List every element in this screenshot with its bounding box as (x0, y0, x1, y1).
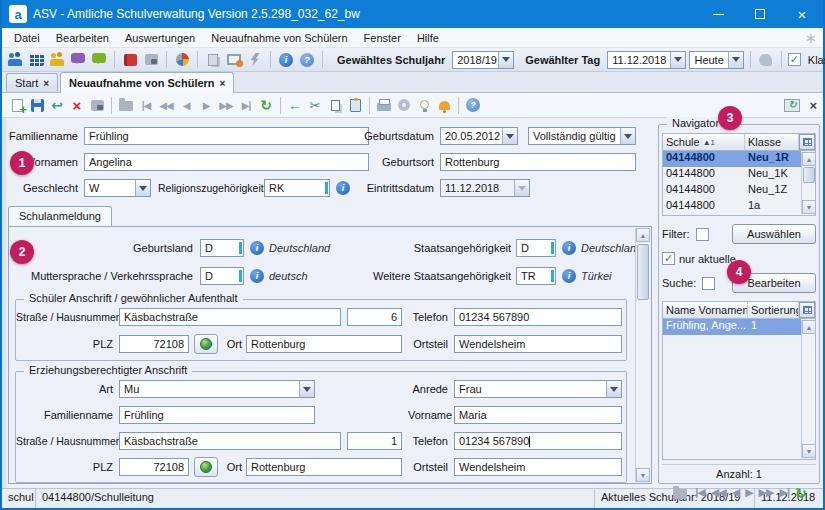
last-record-icon[interactable]: ▶| (237, 97, 255, 114)
info-icon[interactable]: i (250, 269, 264, 283)
scroll-up-icon[interactable]: ▲ (802, 320, 816, 334)
column-config-button[interactable] (799, 134, 815, 150)
menu-item-4[interactable]: Fenster (356, 30, 409, 46)
first-record-icon[interactable]: |◀ (137, 97, 155, 114)
auswaehlen-button[interactable]: Auswählen (732, 224, 816, 244)
class-table-icon[interactable] (27, 51, 45, 68)
table-scrollbar[interactable]: ▲ ▼ (801, 152, 815, 214)
tab-start[interactable]: Start × (6, 73, 58, 92)
chevron-down-icon[interactable] (299, 381, 314, 397)
schuljahr-select[interactable]: 2018/19 (452, 51, 514, 69)
reload-view-icon[interactable]: ↻ (783, 97, 801, 114)
anrede-select[interactable]: Frau (454, 380, 622, 398)
column-header-name[interactable]: Name Vornamen (663, 302, 748, 318)
geburtsdatum-status-select[interactable]: Vollständig gültig (528, 127, 636, 145)
eb-strasse-input[interactable]: Käsbachstraße (119, 432, 341, 450)
telefon-input[interactable]: 01234 567890 (454, 308, 622, 326)
heute-select[interactable]: Heute (689, 51, 743, 69)
eb-ort-input[interactable]: Rottenburg (246, 458, 402, 476)
back-icon[interactable]: ← (286, 97, 304, 114)
staatsang-input[interactable]: D (516, 239, 556, 257)
info-icon[interactable]: i (277, 51, 295, 68)
scroll-down-icon[interactable]: ▼ (802, 200, 816, 214)
eb-hausnummer-input[interactable]: 1 (347, 432, 402, 450)
table-row[interactable]: Frühling, Ange...1 (663, 319, 801, 335)
teachers-icon[interactable] (48, 51, 66, 68)
chevron-down-icon[interactable] (670, 52, 685, 68)
close-button[interactable]: × (781, 0, 823, 28)
delete-icon[interactable]: × (68, 97, 86, 114)
vorname-input[interactable]: Maria (454, 406, 622, 424)
menu-item-2[interactable]: Auswertungen (117, 30, 203, 46)
familienname-input[interactable]: Frühling (84, 127, 369, 145)
menu-item-0[interactable]: Datei (6, 30, 48, 46)
new-record-icon[interactable] (8, 97, 26, 114)
scroll-up-icon[interactable]: ▲ (636, 228, 650, 242)
plz-input[interactable]: 72108 (119, 335, 189, 353)
form-scrollbar[interactable]: ▲ ▼ (635, 228, 650, 482)
save-icon[interactable] (28, 97, 46, 114)
fast-next-record-icon[interactable]: ▶▶ (759, 486, 774, 499)
help-icon[interactable]: ? (298, 51, 316, 68)
notification-bell-icon[interactable] (435, 97, 453, 114)
copy-icon[interactable] (326, 97, 344, 114)
plz-lookup-button[interactable] (194, 334, 218, 354)
table-row[interactable]: 04144800Neu_1R (663, 151, 801, 167)
fast-prev-record-icon[interactable]: ◀◀ (157, 97, 175, 114)
filter-checkbox[interactable] (696, 228, 709, 241)
fast-next-record-icon[interactable]: ▶▶ (217, 97, 235, 114)
tag-select[interactable]: 11.12.2018 (607, 51, 686, 69)
klasse-beibehalten-checkbox[interactable] (788, 53, 801, 66)
first-record-icon[interactable]: |◀ (695, 486, 705, 499)
chevron-down-icon[interactable] (498, 52, 513, 68)
art-select[interactable]: Mu (119, 380, 315, 398)
eb-familienname-input[interactable]: Frühling (119, 406, 315, 424)
menu-item-3[interactable]: Neuaufnahme von Schülern (203, 30, 355, 46)
menu-item-1[interactable]: Bearbeiten (48, 30, 117, 46)
eb-plz-input[interactable]: 72108 (119, 458, 189, 476)
students-icon[interactable] (6, 51, 24, 68)
minimize-button[interactable] (697, 0, 739, 28)
eb-plz-lookup-button[interactable] (194, 457, 218, 477)
table-row[interactable]: 04144800Neu_1Z (663, 183, 801, 199)
tab-neuaufnahme[interactable]: Neuaufnahme von Schülern × (60, 72, 234, 93)
ortsteil-input[interactable]: Wendelsheim (454, 335, 622, 353)
weitere-staatsang-input[interactable]: TR (516, 267, 556, 285)
geburtsland-input[interactable]: D (200, 239, 244, 257)
chevron-down-icon[interactable] (620, 128, 635, 144)
cut-icon[interactable]: ✂ (306, 97, 324, 114)
close-view-icon[interactable]: × (809, 98, 817, 113)
table-row[interactable]: 04144800Neu_1K (663, 167, 801, 183)
muttersprache-input[interactable]: D (200, 267, 244, 285)
geschlecht-select[interactable]: W (84, 179, 151, 197)
chevron-down-icon[interactable] (728, 52, 743, 68)
new-window-icon[interactable] (225, 51, 243, 68)
column-header-klasse[interactable]: Klasse (745, 134, 799, 150)
scroll-up-icon[interactable]: ▲ (802, 152, 816, 166)
prev-record-icon[interactable]: ◀ (177, 97, 195, 114)
note-icon[interactable] (90, 51, 108, 68)
close-tab-icon[interactable]: × (43, 78, 49, 89)
suche-checkbox[interactable] (702, 277, 715, 290)
column-header-sortierung[interactable]: Sortierung▲ (748, 302, 799, 318)
report-book-icon[interactable] (121, 51, 139, 68)
hint-bulb-icon[interactable] (415, 97, 433, 114)
next-record-icon[interactable]: ▶ (745, 486, 752, 499)
context-help-icon[interactable]: ? (464, 97, 482, 114)
column-header-schule[interactable]: Schule▲1 (663, 134, 745, 150)
eb-ortsteil-input[interactable]: Wendelsheim (454, 458, 622, 476)
last-record-icon[interactable]: ▶| (780, 486, 790, 499)
chevron-down-icon[interactable] (502, 128, 517, 144)
info-icon[interactable]: i (562, 269, 576, 283)
vornamen-input[interactable]: Angelina (84, 153, 369, 171)
refresh-icon[interactable]: ↻ (257, 97, 275, 114)
hausnummer-input[interactable]: 6 (347, 308, 402, 326)
strasse-input[interactable]: Käsbachstraße (119, 308, 341, 326)
maximize-button[interactable] (739, 0, 781, 28)
info-icon[interactable]: i (562, 241, 576, 255)
tab-schulanmeldung[interactable]: Schulanmeldung (8, 206, 112, 227)
refresh-icon[interactable]: ↻ (795, 486, 807, 500)
paste-icon[interactable] (346, 97, 364, 114)
prev-record-icon[interactable]: ◀ (732, 486, 739, 499)
print-icon[interactable] (375, 97, 393, 114)
